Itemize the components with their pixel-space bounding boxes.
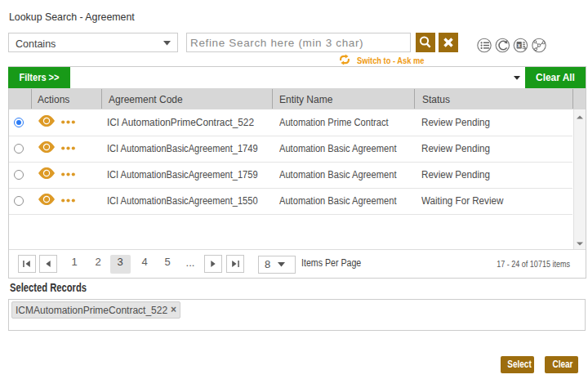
svg-text:x: x: [518, 42, 521, 48]
